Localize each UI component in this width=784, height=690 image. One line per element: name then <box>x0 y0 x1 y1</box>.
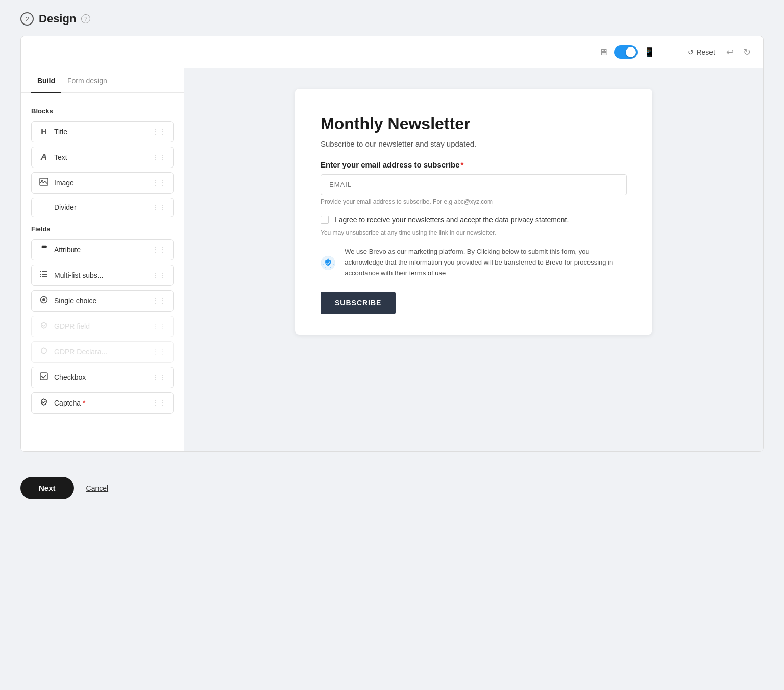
single-choice-icon <box>39 296 49 306</box>
field-captcha-label: Captcha * <box>54 399 86 407</box>
svg-rect-8 <box>42 276 47 277</box>
reset-button[interactable]: ↺ Reset <box>683 46 719 58</box>
brevo-notice: ★ ★ ★ ★ ★ ★ ★ ★ <box>321 247 627 279</box>
cancel-button[interactable]: Cancel <box>86 484 109 492</box>
tab-form-design[interactable]: Form design <box>61 68 113 93</box>
text-icon: A <box>39 152 49 162</box>
preview-area: Monthly Newsletter Subscribe to our news… <box>184 68 763 451</box>
field-attribute-label: Attribute <box>54 246 81 254</box>
block-image[interactable]: Image ⋮⋮ <box>31 172 174 194</box>
field-gdpr-declaration-label: GDPR Declara... <box>54 348 107 356</box>
field-captcha[interactable]: Captcha * ⋮⋮ <box>31 392 174 414</box>
content-area: Build Form design Blocks H Title ⋮⋮ <box>21 68 763 451</box>
svg-rect-3 <box>40 271 41 272</box>
block-divider[interactable]: — Divider ⋮⋮ <box>31 198 174 217</box>
blocks-label: Blocks <box>31 107 174 115</box>
svg-rect-4 <box>42 271 47 272</box>
field-single-choice[interactable]: Single choice ⋮⋮ <box>31 290 174 312</box>
svg-point-2 <box>41 246 42 247</box>
gdpr-checkbox[interactable] <box>321 216 329 224</box>
title-icon: H <box>39 127 49 137</box>
drag-handle-attribute[interactable]: ⋮⋮ <box>152 246 166 254</box>
field-checkbox[interactable]: Checkbox ⋮⋮ <box>31 367 174 388</box>
drag-handle-captcha[interactable]: ⋮⋮ <box>152 399 166 407</box>
drag-handle-title[interactable]: ⋮⋮ <box>152 128 166 136</box>
tab-build[interactable]: Build <box>31 68 61 93</box>
drag-handle-gdpr-declaration: ⋮⋮ <box>152 348 166 356</box>
sidebar: Build Form design Blocks H Title ⋮⋮ <box>21 68 184 451</box>
gdpr-icon <box>39 321 49 331</box>
block-title-label: Title <box>54 128 67 136</box>
block-text[interactable]: A Text ⋮⋮ <box>31 147 174 168</box>
block-title[interactable]: H Title ⋮⋮ <box>31 121 174 142</box>
email-field-label: Enter your email address to subscribe* <box>321 160 627 169</box>
unsubscribe-text: You may unsubscribe at any time using th… <box>321 229 627 236</box>
attribute-icon <box>39 245 49 255</box>
toolbar-actions: ↺ Reset ↩ ↻ <box>683 44 753 60</box>
form-preview-subtitle: Subscribe to our newsletter and stay upd… <box>321 139 627 148</box>
sidebar-content: Blocks H Title ⋮⋮ A Text ⋮⋮ <box>21 93 184 428</box>
checkbox-icon <box>39 372 49 383</box>
email-input[interactable] <box>321 174 627 195</box>
redo-button[interactable]: ↻ <box>741 44 753 60</box>
bottom-bar: Next Cancel <box>0 464 784 512</box>
form-preview: Monthly Newsletter Subscribe to our news… <box>295 89 652 335</box>
page-title: Design <box>39 12 76 26</box>
image-icon <box>39 178 49 188</box>
reset-icon: ↺ <box>688 48 694 56</box>
block-divider-label: Divider <box>54 203 77 211</box>
gdpr-checkbox-label: I agree to receive your newsletters and … <box>335 215 569 225</box>
field-single-choice-label: Single choice <box>54 297 96 305</box>
undo-button[interactable]: ↩ <box>724 44 736 60</box>
field-multilist-label: Multi-list subs... <box>54 271 103 279</box>
next-button[interactable]: Next <box>20 477 74 499</box>
field-attribute[interactable]: Attribute ⋮⋮ <box>31 239 174 260</box>
device-controls: 🖥 📱 <box>599 45 655 59</box>
drag-handle-text[interactable]: ⋮⋮ <box>152 153 166 161</box>
svg-point-10 <box>42 298 45 301</box>
field-checkbox-label: Checkbox <box>54 373 86 382</box>
subscribe-button[interactable]: SUBSCRIBE <box>321 292 396 314</box>
svg-rect-5 <box>40 274 41 275</box>
brevo-shield-icon: ★ ★ ★ ★ ★ ★ ★ ★ <box>321 247 335 279</box>
drag-handle-divider[interactable]: ⋮⋮ <box>152 203 166 211</box>
captcha-icon <box>39 398 49 408</box>
page-header: 2 Design ? <box>20 12 764 26</box>
help-icon[interactable]: ? <box>81 14 90 23</box>
field-gdpr-declaration: GDPR Declara... ⋮⋮ <box>31 341 174 363</box>
main-container: 🖥 📱 ↺ Reset ↩ ↻ Build Form design <box>20 36 764 452</box>
svg-rect-6 <box>42 274 47 275</box>
drag-handle-single-choice[interactable]: ⋮⋮ <box>152 297 166 305</box>
divider-icon: — <box>39 203 49 211</box>
svg-rect-7 <box>40 276 41 277</box>
required-star: * <box>461 160 464 169</box>
mobile-icon[interactable]: 📱 <box>644 46 655 58</box>
form-preview-title: Monthly Newsletter <box>321 114 627 133</box>
fields-label: Fields <box>31 225 174 233</box>
toolbar: 🖥 📱 ↺ Reset ↩ ↻ <box>21 36 763 68</box>
drag-handle-multilist[interactable]: ⋮⋮ <box>152 271 166 279</box>
multilist-icon <box>39 270 49 280</box>
email-hint: Provide your email address to subscribe.… <box>321 198 627 205</box>
drag-handle-checkbox[interactable]: ⋮⋮ <box>152 373 166 382</box>
drag-handle-image[interactable]: ⋮⋮ <box>152 179 166 187</box>
drag-handle-gdpr: ⋮⋮ <box>152 322 166 330</box>
field-multilist[interactable]: Multi-list subs... ⋮⋮ <box>31 265 174 286</box>
fields-section: Fields Attribute <box>31 225 174 414</box>
block-text-label: Text <box>54 153 67 161</box>
terms-of-use-link[interactable]: terms of use <box>409 269 446 277</box>
gdpr-declaration-icon <box>39 347 49 357</box>
desktop-icon[interactable]: 🖥 <box>599 47 608 58</box>
sidebar-tabs: Build Form design <box>21 68 184 93</box>
block-image-label: Image <box>54 179 74 187</box>
device-toggle[interactable] <box>614 45 638 59</box>
field-gdpr-label: GDPR field <box>54 322 90 330</box>
gdpr-checkbox-row: I agree to receive your newsletters and … <box>321 215 627 225</box>
field-gdpr: GDPR field ⋮⋮ <box>31 316 174 337</box>
brevo-description: We use Brevo as our marketing platform. … <box>345 247 627 278</box>
step-indicator: 2 <box>20 12 34 26</box>
